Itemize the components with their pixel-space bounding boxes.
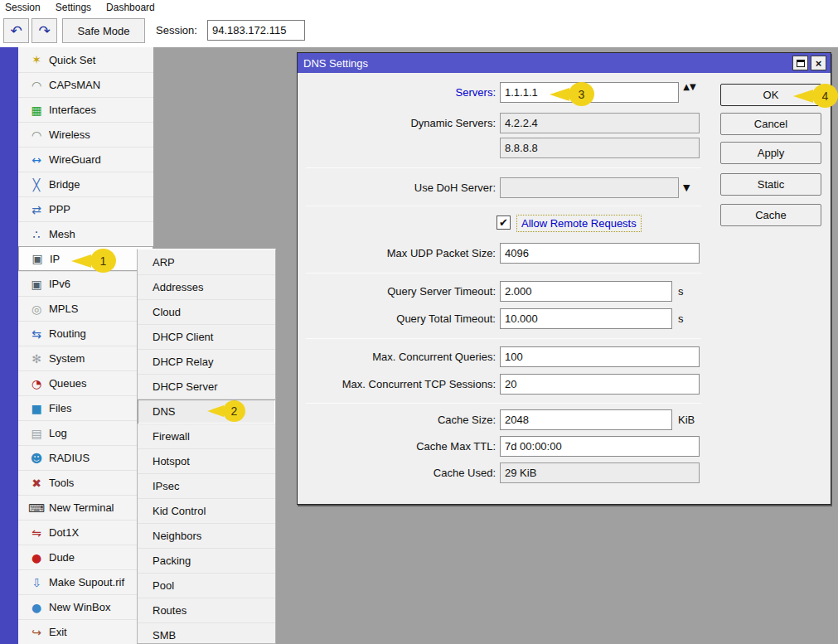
submenu-item-ipsec[interactable]: IPsec bbox=[138, 473, 275, 498]
sidebar-item-make-supout-rif[interactable]: ⇩Make Supout.rif bbox=[18, 569, 153, 594]
session-input[interactable] bbox=[207, 20, 305, 41]
maximize-button[interactable] bbox=[792, 56, 808, 70]
separator bbox=[306, 167, 701, 168]
separator bbox=[306, 338, 701, 339]
user-key-icon: ☻ bbox=[27, 453, 46, 464]
dialog-titlebar[interactable]: DNS Settings × bbox=[298, 53, 831, 73]
ip-icon: ▣ bbox=[27, 253, 47, 264]
submenu-item-label: DHCP Client bbox=[153, 331, 213, 343]
submenu-item-dhcp-relay[interactable]: DHCP Relay bbox=[138, 349, 275, 374]
cancel-button[interactable]: Cancel bbox=[720, 113, 821, 135]
submenu-item-firewall[interactable]: Firewall bbox=[138, 424, 275, 448]
sidebar-item-routing[interactable]: ⇆Routing▷ bbox=[18, 321, 153, 346]
menu-dashboard[interactable]: Dashboard bbox=[106, 2, 155, 13]
submenu-item-kid-control[interactable]: Kid Control bbox=[138, 498, 275, 523]
cache-button[interactable]: Cache bbox=[720, 204, 821, 226]
sidebar-item-quick-set[interactable]: ✶Quick Set bbox=[18, 47, 153, 72]
undo-button[interactable]: ↶ bbox=[3, 18, 29, 43]
sidebar-item-radius[interactable]: ☻RADIUS bbox=[18, 445, 153, 470]
cache-max-ttl-input[interactable] bbox=[500, 436, 700, 457]
submenu-item-hotspot[interactable]: Hotspot bbox=[138, 448, 275, 473]
submenu-item-routes[interactable]: Routes bbox=[138, 598, 275, 622]
balloon-tip bbox=[71, 254, 91, 268]
cache-size-label: Cache Size: bbox=[298, 414, 496, 426]
separator bbox=[306, 403, 701, 404]
sidebar-item-ipv6[interactable]: ▣IPv6▷ bbox=[18, 271, 153, 296]
sidebar-item-label: Log bbox=[46, 427, 67, 439]
gauge-icon: ◔ bbox=[27, 378, 46, 390]
submenu-item-label: SMB bbox=[153, 629, 176, 642]
sidebar-item-queues[interactable]: ◔Queues bbox=[18, 370, 153, 395]
close-button[interactable]: × bbox=[811, 56, 826, 70]
sidebar-item-label: Interfaces bbox=[46, 104, 96, 116]
allow-remote-requests-label[interactable]: Allow Remote Requests bbox=[516, 215, 642, 232]
safe-mode-button[interactable]: Safe Mode bbox=[62, 18, 145, 43]
use-doh-server-label: Use DoH Server: bbox=[298, 182, 496, 194]
bridge-icon: ╳ bbox=[27, 179, 46, 191]
use-doh-server-select[interactable] bbox=[500, 177, 679, 198]
antenna-icon: ◠ bbox=[27, 129, 46, 141]
submenu-item-label: Pool bbox=[153, 579, 174, 592]
submenu-item-label: Addresses bbox=[153, 281, 203, 293]
submenu-item-smb[interactable]: SMB bbox=[138, 622, 275, 644]
static-button[interactable]: Static bbox=[720, 173, 821, 196]
system-gear-icon: ✻ bbox=[27, 353, 46, 365]
submenu-item-dns[interactable]: DNS bbox=[138, 399, 275, 424]
sidebar-item-dot1x[interactable]: ⇋Dot1X bbox=[18, 520, 153, 545]
allow-remote-requests-checkbox[interactable]: ✔ bbox=[497, 215, 511, 230]
sidebar-item-label: IP bbox=[47, 253, 60, 265]
dns-settings-dialog: DNS Settings × Servers: ▲▼ Dynamic Serve… bbox=[297, 52, 831, 505]
sidebar-item-wireless[interactable]: ◠Wireless bbox=[18, 122, 153, 147]
cache-used-value bbox=[500, 462, 700, 483]
sidebar-item-new-terminal[interactable]: ⌨New Terminal bbox=[18, 495, 153, 520]
max-udp-packet-size-label: Max UDP Packet Size: bbox=[298, 247, 496, 259]
cache-size-input[interactable] bbox=[500, 409, 672, 430]
submenu-item-pool[interactable]: Pool bbox=[138, 573, 275, 598]
separator bbox=[306, 206, 701, 206]
sidebar-item-bridge[interactable]: ╳Bridge bbox=[18, 172, 153, 196]
dropdown-arrow-icon[interactable]: ▼ bbox=[683, 182, 690, 193]
max-concurrent-tcp-sessions-input[interactable] bbox=[500, 374, 700, 395]
antenna-icon: ◠ bbox=[27, 80, 46, 91]
menu-settings[interactable]: Settings bbox=[56, 2, 91, 13]
winbox-icon: ● bbox=[27, 602, 46, 613]
query-total-timeout-input[interactable] bbox=[500, 308, 672, 329]
redo-button[interactable]: ↷ bbox=[31, 18, 57, 43]
submenu-item-addresses[interactable]: Addresses bbox=[138, 274, 275, 299]
servers-label[interactable]: Servers: bbox=[298, 86, 496, 99]
sidebar-item-label: IPv6 bbox=[46, 278, 70, 290]
sidebar-item-log[interactable]: ▤Log bbox=[18, 420, 153, 445]
submenu-item-dhcp-client[interactable]: DHCP Client bbox=[138, 324, 275, 349]
sidebar-item-capsman[interactable]: ◠CAPsMAN bbox=[18, 72, 153, 97]
apply-button[interactable]: Apply bbox=[720, 142, 821, 164]
sidebar-item-label: Queues bbox=[46, 377, 87, 390]
sidebar-item-ppp[interactable]: ⇄PPP bbox=[18, 196, 153, 221]
tools-icon: ✖ bbox=[27, 477, 46, 489]
sidebar-item-interfaces[interactable]: ▦Interfaces bbox=[18, 97, 153, 122]
sidebar-item-mpls[interactable]: ◎MPLS▷ bbox=[18, 296, 153, 321]
submenu-item-cloud[interactable]: Cloud bbox=[138, 299, 275, 324]
sidebar-item-dude[interactable]: ●Dude▷ bbox=[18, 545, 153, 569]
sidebar-item-tools[interactable]: ✖Tools▷ bbox=[18, 470, 153, 495]
sidebar-item-new-winbox[interactable]: ●New WinBox bbox=[18, 594, 153, 619]
submenu-item-arp[interactable]: ARP bbox=[138, 249, 275, 274]
sidebar-item-wireguard[interactable]: ↔WireGuard bbox=[18, 147, 153, 172]
sidebar-item-exit[interactable]: ↪Exit bbox=[18, 619, 153, 644]
spinner-up-down-icon[interactable]: ▲▼ bbox=[681, 83, 698, 90]
max-concurrent-queries-input[interactable] bbox=[500, 346, 700, 367]
menu-session[interactable]: Session bbox=[5, 2, 41, 13]
sidebar-item-label: New WinBox bbox=[46, 601, 110, 613]
dynamic-servers-label: Dynamic Servers: bbox=[298, 117, 496, 129]
submenu-item-packing[interactable]: Packing bbox=[138, 548, 275, 573]
submenu-item-dhcp-server[interactable]: DHCP Server bbox=[138, 374, 275, 399]
sidebar-item-system[interactable]: ✻System▷ bbox=[18, 346, 153, 370]
max-udp-packet-size-input[interactable] bbox=[500, 243, 700, 264]
sidebar-menu: ✶Quick Set◠CAPsMAN▦Interfaces◠Wireless↔W… bbox=[18, 47, 153, 644]
sidebar-item-files[interactable]: ■Files bbox=[18, 395, 153, 420]
mesh-icon: ∴ bbox=[27, 229, 46, 240]
query-server-timeout-input[interactable] bbox=[500, 281, 672, 302]
sidebar-item-mesh[interactable]: ∴Mesh bbox=[18, 221, 153, 246]
submenu-item-neighbors[interactable]: Neighbors bbox=[138, 523, 275, 548]
winbox-window: Session Settings Dashboard ↶ ↷ Safe Mode… bbox=[0, 0, 838, 644]
submenu-item-label: Firewall bbox=[153, 430, 190, 443]
